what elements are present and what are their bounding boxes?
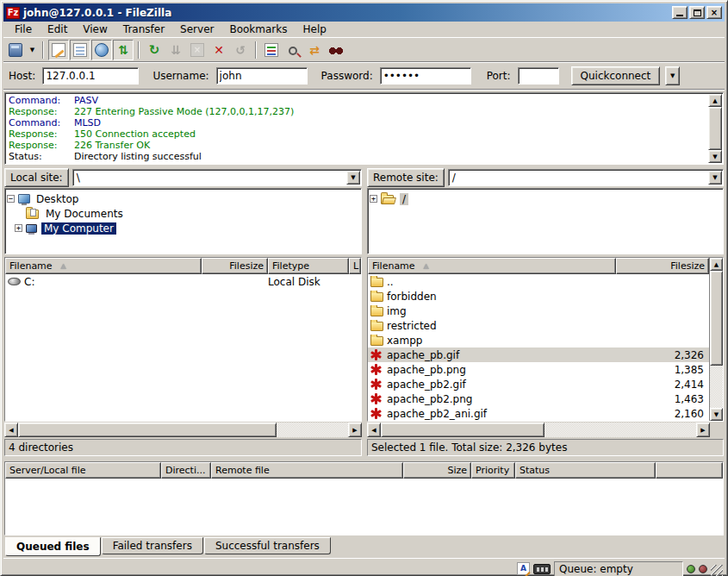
- toggle-message-log-button[interactable]: [48, 40, 69, 60]
- menu-edit[interactable]: Edit: [40, 22, 75, 37]
- menu-server[interactable]: Server: [172, 22, 221, 37]
- username-label: Username:: [152, 70, 208, 82]
- file-row-apache-pb-gif[interactable]: apache_pb.gif2,326: [368, 347, 709, 362]
- cancel-operation-button[interactable]: ×: [187, 40, 208, 60]
- minimize-icon: [676, 15, 683, 16]
- menu-view[interactable]: View: [75, 22, 115, 37]
- tab-failed-transfers[interactable]: Failed transfers: [102, 537, 203, 554]
- expand-icon[interactable]: +: [370, 195, 377, 203]
- scroll-right-icon[interactable]: ▶: [696, 423, 710, 437]
- file-row-img[interactable]: img: [368, 304, 709, 318]
- remote-vscrollbar[interactable]: ▲ ▼: [709, 258, 723, 421]
- file-row-apache-pb2-png[interactable]: apache_pb2.png1,463: [368, 391, 709, 406]
- queue-body[interactable]: [5, 479, 723, 535]
- column-header-size[interactable]: Size: [403, 462, 471, 479]
- disconnect-button[interactable]: ✕: [208, 40, 229, 60]
- tree-item-my-computer[interactable]: + My Computer: [7, 221, 359, 235]
- column-header-filesize[interactable]: Filesize: [616, 258, 709, 274]
- site-manager-button[interactable]: [5, 40, 26, 60]
- file-row-parent[interactable]: ..: [368, 274, 709, 289]
- column-header-priority[interactable]: Priority: [471, 462, 515, 479]
- toggle-queue-button[interactable]: ⇅: [113, 40, 134, 60]
- collapse-icon[interactable]: −: [7, 195, 15, 203]
- resize-grip[interactable]: [711, 565, 723, 576]
- site-manager-dropdown[interactable]: ▼: [27, 40, 38, 60]
- toggle-remote-tree-button[interactable]: [91, 40, 112, 60]
- tab-successful-transfers[interactable]: Successful transfers: [204, 537, 331, 554]
- remote-tree[interactable]: + /: [367, 188, 724, 254]
- maximize-button[interactable]: [689, 6, 705, 19]
- scroll-down-icon[interactable]: ▼: [708, 150, 722, 163]
- reconnect-button[interactable]: ↺: [230, 40, 251, 60]
- local-list-body[interactable]: C: Local Disk: [5, 274, 361, 421]
- remote-hscrollbar[interactable]: ◀ ▶: [367, 423, 710, 437]
- column-header-lastmodified[interactable]: L: [349, 258, 361, 274]
- quickconnect-button[interactable]: Quickconnect: [571, 66, 661, 85]
- port-label: Port:: [487, 70, 511, 82]
- column-header-remote-file[interactable]: Remote file: [211, 462, 403, 479]
- refresh-button[interactable]: ↻: [144, 40, 165, 60]
- process-queue-button[interactable]: ⇊: [165, 40, 186, 60]
- scroll-up-icon[interactable]: ▲: [708, 94, 722, 107]
- scroll-down-icon[interactable]: ▼: [710, 408, 723, 421]
- scroll-left-icon[interactable]: ◀: [4, 423, 18, 437]
- host-input[interactable]: [42, 67, 139, 85]
- remote-site-combo[interactable]: / ▼: [448, 169, 724, 186]
- filter-button[interactable]: [261, 40, 282, 60]
- expand-icon[interactable]: +: [15, 224, 22, 232]
- column-header-filesize[interactable]: Filesize: [202, 258, 268, 274]
- image-file-icon: [375, 379, 377, 390]
- scroll-right-icon[interactable]: ▶: [348, 423, 362, 437]
- password-input[interactable]: [380, 67, 471, 85]
- transfer-queue: Server/Local file Directi... Remote file…: [4, 461, 724, 535]
- message-log[interactable]: Command:PASV Response:227 Entering Passi…: [4, 92, 724, 165]
- scrollbar-thumb[interactable]: [710, 271, 723, 366]
- transfer-queue-icon: ⇅: [116, 43, 130, 57]
- combo-dropdown-button[interactable]: ▼: [346, 171, 360, 185]
- local-site-combo[interactable]: \ ▼: [72, 169, 362, 186]
- file-row-apache-pb2-ani-gif[interactable]: apache_pb2_ani.gif2,160: [368, 406, 709, 421]
- file-row-xampp[interactable]: xampp: [368, 333, 709, 347]
- menu-help[interactable]: Help: [296, 22, 334, 37]
- tree-item-root[interactable]: + /: [370, 191, 721, 206]
- menu-bookmarks[interactable]: Bookmarks: [221, 22, 295, 37]
- menu-transfer[interactable]: Transfer: [115, 22, 172, 37]
- column-header-filename[interactable]: Filename▲: [5, 258, 202, 274]
- quickconnect-dropdown[interactable]: ▼: [665, 66, 680, 85]
- tab-queued-files[interactable]: Queued files: [5, 537, 101, 556]
- file-row-apache-pb-png[interactable]: apache_pb.png1,385: [368, 362, 709, 377]
- toggle-local-tree-button[interactable]: [70, 40, 90, 60]
- close-button[interactable]: ×: [706, 6, 722, 19]
- port-input[interactable]: [518, 67, 559, 85]
- find-files-button[interactable]: [326, 40, 346, 60]
- column-header-server-local-file[interactable]: Server/Local file: [5, 462, 161, 479]
- file-row-forbidden[interactable]: forbidden: [368, 289, 709, 304]
- scroll-left-icon[interactable]: ◀: [367, 423, 381, 437]
- column-header-filename[interactable]: Filename▲: [368, 258, 616, 274]
- tree-item-my-documents[interactable]: My Documents: [7, 206, 359, 221]
- username-input[interactable]: [216, 67, 308, 85]
- file-row-restricted[interactable]: restricted: [368, 318, 709, 333]
- tree-item-desktop[interactable]: − Desktop: [7, 191, 359, 206]
- menu-file[interactable]: File: [7, 22, 40, 37]
- column-header-status[interactable]: Status: [515, 462, 656, 479]
- local-tree[interactable]: − Desktop My Documents + My Computer: [4, 188, 362, 254]
- column-header-filetype[interactable]: Filetype: [268, 258, 349, 274]
- log-scrollbar[interactable]: ▲ ▼: [708, 94, 722, 163]
- scrollbar-thumb[interactable]: [708, 107, 722, 150]
- directory-comparison-button[interactable]: [283, 40, 303, 60]
- speed-limit-icon[interactable]: [533, 564, 551, 574]
- synchronized-browsing-button[interactable]: ⇄: [304, 40, 325, 60]
- file-row-apache-pb2-gif[interactable]: apache_pb2.gif2,414: [368, 377, 709, 391]
- transfer-type-icon[interactable]: A: [517, 562, 530, 575]
- scrollbar-thumb[interactable]: [381, 423, 544, 437]
- column-header-direction[interactable]: Directi...: [161, 462, 211, 479]
- local-list-header: Filename▲ Filesize Filetype L: [5, 258, 361, 274]
- combo-dropdown-button[interactable]: ▼: [708, 171, 722, 185]
- scrollbar-thumb[interactable]: [18, 423, 277, 437]
- local-hscrollbar[interactable]: ◀ ▶: [4, 423, 362, 437]
- scroll-up-icon[interactable]: ▲: [710, 258, 723, 271]
- file-row-c-drive[interactable]: C: Local Disk: [5, 274, 361, 289]
- minimize-button[interactable]: [672, 6, 688, 19]
- remote-list-body[interactable]: .. forbidden img restricted xampp apache…: [368, 274, 709, 421]
